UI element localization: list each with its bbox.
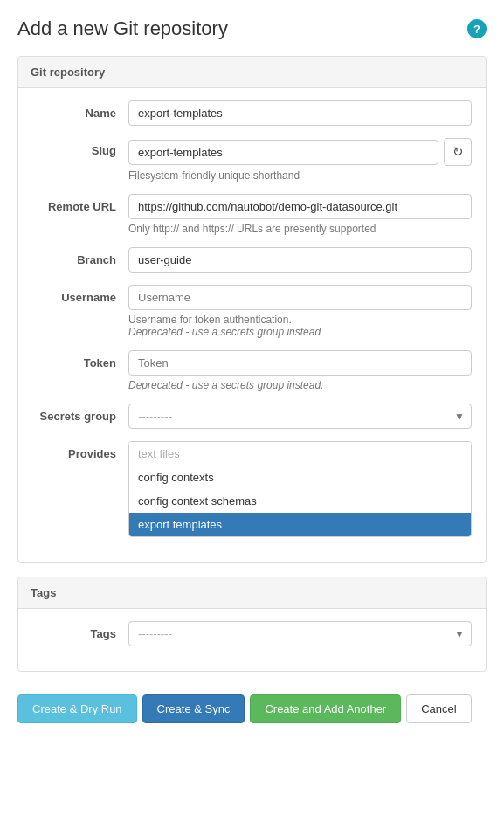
provides-option-text-files[interactable]: text files xyxy=(129,442,471,466)
provides-row: Provides text files config contexts conf… xyxy=(32,441,472,537)
remote-url-help: Only http:// and https:// URLs are prese… xyxy=(128,223,472,235)
secrets-group-select[interactable]: --------- xyxy=(128,404,472,429)
username-field: Username for token authentication. Depre… xyxy=(128,285,472,338)
tags-section-body: Tags --------- ▼ xyxy=(18,609,486,671)
tags-card: Tags Tags --------- ▼ xyxy=(17,577,487,672)
secrets-group-select-wrapper: --------- ▼ xyxy=(128,404,472,429)
provides-label: Provides xyxy=(32,441,128,460)
remote-url-input[interactable] xyxy=(128,194,472,219)
add-another-button[interactable]: Create and Add Another xyxy=(250,694,401,723)
page-header: Add a new Git repository ? xyxy=(17,17,487,40)
token-input[interactable] xyxy=(128,350,472,376)
branch-input[interactable] xyxy=(128,247,472,273)
username-label: Username xyxy=(32,285,128,304)
tags-select[interactable]: --------- xyxy=(128,621,472,646)
branch-field xyxy=(128,247,472,273)
remote-url-field: Only http:// and https:// URLs are prese… xyxy=(128,194,472,235)
secrets-group-field: --------- ▼ xyxy=(128,404,472,429)
provides-option-config-contexts[interactable]: config contexts xyxy=(129,466,471,489)
tags-select-wrapper: --------- ▼ xyxy=(128,621,472,646)
remote-url-label: Remote URL xyxy=(32,194,128,213)
slug-field: ↻ Filesystem-friendly unique shorthand xyxy=(128,138,472,182)
token-help: Deprecated - use a secrets group instead… xyxy=(128,379,472,391)
slug-help: Filesystem-friendly unique shorthand xyxy=(128,169,472,182)
name-label: Name xyxy=(32,100,128,120)
page-title: Add a new Git repository xyxy=(17,17,228,40)
slug-input[interactable] xyxy=(128,140,438,165)
token-row: Token Deprecated - use a secrets group i… xyxy=(32,350,472,391)
name-row: Name xyxy=(32,100,472,126)
provides-option-export-templates[interactable]: export templates xyxy=(129,513,471,536)
username-help2: Deprecated - use a secrets group instead xyxy=(128,326,321,338)
token-label: Token xyxy=(32,350,128,370)
dry-run-button[interactable]: Create & Dry Run xyxy=(17,694,137,723)
cancel-button[interactable]: Cancel xyxy=(406,694,471,723)
branch-row: Branch xyxy=(32,247,472,273)
git-section-body: Name Slug ↻ Filesystem-friendly unique s… xyxy=(18,88,486,562)
secrets-group-row: Secrets group --------- ▼ xyxy=(32,404,472,429)
provides-multiselect[interactable]: text files config contexts config contex… xyxy=(128,441,472,537)
tags-label: Tags xyxy=(32,621,128,640)
sync-button[interactable]: Create & Sync xyxy=(142,694,245,723)
name-field xyxy=(128,100,472,126)
tags-field: --------- ▼ xyxy=(128,621,472,646)
slug-refresh-button[interactable]: ↻ xyxy=(444,138,472,166)
name-input[interactable] xyxy=(128,100,472,126)
branch-label: Branch xyxy=(32,247,128,266)
tags-section-header: Tags xyxy=(18,577,486,609)
username-row: Username Username for token authenticati… xyxy=(32,285,472,338)
footer-buttons: Create & Dry Run Create & Sync Create an… xyxy=(17,686,487,723)
provides-option-jobs[interactable]: jobs xyxy=(129,536,471,537)
provides-field: text files config contexts config contex… xyxy=(128,441,472,537)
username-help1: Username for token authentication. Depre… xyxy=(128,314,472,338)
secrets-group-label: Secrets group xyxy=(32,404,128,423)
git-section-header: Git repository xyxy=(18,57,486,88)
token-field: Deprecated - use a secrets group instead… xyxy=(128,350,472,391)
slug-label: Slug xyxy=(32,138,128,157)
slug-wrapper: ↻ xyxy=(128,138,472,166)
git-repository-card: Git repository Name Slug ↻ Filesystem-fr… xyxy=(17,56,487,563)
username-input[interactable] xyxy=(128,285,472,310)
slug-row: Slug ↻ Filesystem-friendly unique shorth… xyxy=(32,138,472,182)
remote-url-row: Remote URL Only http:// and https:// URL… xyxy=(32,194,472,235)
tags-row: Tags --------- ▼ xyxy=(32,621,472,646)
help-icon[interactable]: ? xyxy=(467,19,487,38)
provides-option-config-context-schemas[interactable]: config context schemas xyxy=(129,489,471,513)
